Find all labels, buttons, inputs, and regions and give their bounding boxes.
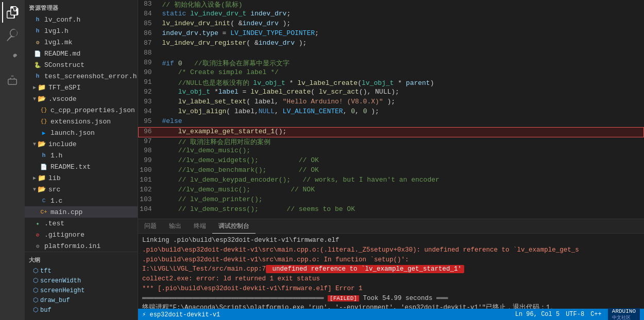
panel-content[interactable]: Linking .pio\build\esp32doit-devkit-v1\f… [138, 234, 644, 309]
line-content: #else [160, 117, 644, 127]
file-label: SConstruct [44, 61, 84, 69]
panel-line-4: I:\LVGL\LVGL_Test/src/main.cpp:7 undefin… [142, 264, 640, 274]
ini-file-icon: ⚙ [33, 243, 42, 250]
launch-file-icon: ▶ [39, 130, 48, 136]
line-number: 90 [139, 68, 160, 78]
chevron-right-icon: ▶ [33, 175, 36, 181]
file-label: c_cpp_properties.json [50, 106, 135, 114]
file-label: .gitignore [44, 231, 84, 239]
debug-icon[interactable] [2, 70, 23, 91]
sidebar-item-c_cpp_props[interactable]: {} c_cpp_properties.json [25, 104, 138, 116]
folder-open-icon: 📂 [37, 140, 46, 148]
line-content: indev_drv.type = LV_INDEV_TYPE_POINTER; [160, 29, 644, 39]
panel-line-7: ════════════════════════════════════════… [142, 294, 640, 304]
panel-line-2: .pio\build\esp32doit-devkit-v1\src\main.… [142, 245, 640, 255]
search-icon[interactable] [2, 25, 23, 45]
file-label: lvgl.mk [44, 39, 73, 46]
line-content: static lv_indev_drv_t indev_drv; [160, 10, 644, 20]
file-label: extensions.json [50, 118, 111, 126]
sidebar-item-1h[interactable]: h 1.h [25, 150, 138, 161]
sidebar-item-gitignore[interactable]: ⊘ .gitignore [25, 229, 138, 240]
line-number: 95 [139, 117, 160, 127]
file-label: .test [44, 220, 64, 227]
code-editor[interactable]: 83 // 初始化输入设备(鼠标) 84 static lv_indev_drv… [138, 0, 644, 219]
line-content: //lv_demo_music(); [160, 147, 644, 156]
status-left: ⚡ esp32doit-devkit-v1 [142, 311, 220, 318]
sidebar-item-main_cpp[interactable]: C+ main.cpp [25, 206, 138, 218]
table-row: ... ... [139, 215, 644, 219]
outline-item-screenheight[interactable]: ⬡ screenHeight [25, 286, 138, 295]
file-label: main.cpp [50, 208, 82, 216]
line-content: // lv_demo_stress(); // seems to be OK [160, 205, 644, 215]
sidebar-item-lvgl_mk[interactable]: ⚙ lvgl.mk [25, 37, 138, 48]
table-row: 89 #if 0 //取消注释会在屏幕中显示文字 [139, 59, 644, 68]
line-number: 84 [139, 10, 160, 20]
folder-label: .vscode [48, 95, 77, 103]
sidebar-item-lv_conf_h[interactable]: h lv_conf.h [25, 14, 138, 25]
line-content: // lv_demo_printer(); [160, 195, 644, 205]
py-file-icon: 🐍 [33, 62, 42, 68]
sidebar-item-readme_txt[interactable]: 📄 README.txt [25, 161, 138, 172]
sidebar-item-include[interactable]: ▼ 📂 include [25, 138, 138, 150]
sidebar-item-launch[interactable]: ▶ launch.json [25, 127, 138, 138]
sidebar-item-test_screenshot[interactable]: h test_screenshot_error.h [25, 70, 138, 82]
table-row: 88 [139, 49, 644, 59]
line-content: lv_indev_drv_register( &indev_drv ); [160, 39, 644, 49]
tab-problems[interactable]: 问题 [138, 219, 163, 234]
line-content: lv_indev_drv_init( &indev_drv ); [160, 20, 644, 29]
h-file-icon: h [33, 16, 42, 23]
table-row: 93 lv_label_set_text( label, "Hello Ardu… [139, 98, 644, 108]
panel-line-3: .pio\build\esp32doit-devkit-v1\src\main.… [142, 255, 640, 265]
mk-file-icon: ⚙ [33, 39, 42, 46]
table-row: 103 // lv_demo_printer(); [139, 195, 644, 205]
outline-item-buf[interactable]: ⬡ buf [25, 305, 138, 315]
line-content: #if 0 //取消注释会在屏幕中显示文字 [160, 59, 644, 68]
panel-line-5: collect2.exe: error: ld returned 1 exit … [142, 274, 640, 284]
line-number: 83 [139, 0, 160, 10]
test-file-icon: ✦ [33, 220, 42, 227]
sidebar-item-lvgl_h[interactable]: h lvgl.h [25, 25, 138, 37]
tab-terminal[interactable]: 终端 [188, 219, 212, 234]
table-row: 97 // 取消注释会启用对应的案例 [139, 137, 644, 147]
file-label: lvgl.h [44, 27, 69, 35]
outline-item-draw_buf[interactable]: ⬡ draw_buf [25, 295, 138, 305]
table-row: 84 static lv_indev_drv_t indev_drv; [139, 10, 644, 20]
line-number: 97 [139, 137, 160, 147]
line-number: 101 [139, 176, 160, 186]
table-row: 99 //lv_demo_widgets(); // OK [139, 156, 644, 166]
sidebar-item-readme_md[interactable]: 📄 README.md [25, 48, 138, 59]
sidebar-item-extensions[interactable]: {} extensions.json [25, 116, 138, 127]
source-control-icon[interactable] [2, 47, 23, 68]
chevron-down-icon: ▼ [33, 141, 36, 147]
status-position: Ln 96, Col 5 [515, 311, 560, 318]
line-content: // 初始化输入设备(鼠标) [160, 0, 644, 10]
line-number: 94 [139, 108, 160, 117]
line-content: /* Create simple label */ [160, 68, 644, 78]
line-number: 88 [139, 49, 160, 59]
sidebar-item-platformio[interactable]: ⚙ platformio.ini [25, 240, 138, 252]
sidebar-item-vscode[interactable]: ▼ 📂 .vscode [25, 93, 138, 104]
sidebar-item-test[interactable]: ✦ .test [25, 218, 138, 229]
outline-item-tft[interactable]: ⬡ tft [25, 266, 138, 276]
sidebar-item-sconstruct[interactable]: 🐍 SConstruct [25, 59, 138, 70]
sidebar-item-1c[interactable]: C 1.c [25, 195, 138, 206]
sidebar-item-src[interactable]: ▼ 📂 src [25, 184, 138, 195]
sidebar-item-tft_espi[interactable]: ▶ 📁 TFT_eSPI [25, 82, 138, 93]
status-remote: ⚡ esp32doit-devkit-v1 [142, 311, 220, 318]
explorer-icon[interactable] [2, 2, 23, 23]
file-label: launch.json [50, 129, 95, 137]
txt-file-icon: 📄 [39, 164, 48, 170]
tab-debug-console[interactable]: 调试控制台 [212, 219, 256, 234]
outline-item-screenwidth[interactable]: ⬡ screenWidth [25, 276, 138, 286]
tab-output[interactable]: 输出 [163, 219, 188, 234]
line-content [160, 49, 644, 59]
sidebar-item-lib[interactable]: ▶ 📁 lib [25, 172, 138, 184]
file-label: platformio.ini [44, 242, 100, 250]
outline-label: screenWidth [40, 277, 81, 285]
table-row: 102 //lv_demo_music(); // NOK [139, 186, 644, 195]
chevron-down-icon: ▼ [33, 187, 36, 192]
panel-tabs: 问题 输出 终端 调试控制台 [138, 219, 644, 234]
line-number: 91 [139, 78, 160, 88]
outline-section: 大纲 ⬡ tft ⬡ screenWidth ⬡ screenHeight ⬡ … [25, 252, 138, 317]
explorer-header: 资源管理器 [25, 1, 138, 14]
